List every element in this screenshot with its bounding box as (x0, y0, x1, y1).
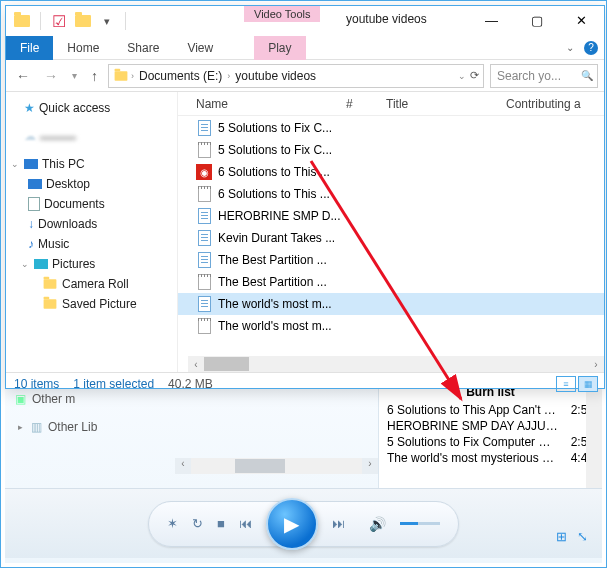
scroll-thumb[interactable] (204, 357, 249, 371)
minimize-button[interactable]: — (469, 6, 514, 34)
wmp-scroll-thumb[interactable] (235, 459, 285, 473)
status-size: 40.2 MB (168, 377, 213, 391)
nav-pictures[interactable]: ⌄Pictures (6, 254, 177, 274)
search-input[interactable]: Search yo... (490, 64, 598, 88)
checkbox-qa-icon[interactable]: ☑ (49, 11, 69, 31)
stop-icon[interactable]: ■ (217, 516, 225, 531)
nav-quick-access[interactable]: ★Quick access (6, 98, 177, 118)
burn-item-name: HEROBRINE SMP DAY AJJUBHAI... (387, 419, 558, 433)
fullscreen-icon[interactable]: ⤡ (577, 529, 588, 544)
wmp-horizontal-scrollbar[interactable]: ‹ › (175, 458, 378, 474)
address-bar[interactable]: › Documents (E:) › youtube videos ⌄ ⟳ (108, 64, 484, 88)
nav-documents[interactable]: Documents (6, 194, 177, 214)
notepad-icon (196, 186, 212, 202)
document-icon (196, 296, 212, 312)
status-bar: 10 items 1 item selected 40.2 MB ≡ ▦ (6, 372, 604, 394)
next-track-icon[interactable]: ⏭ (332, 516, 345, 531)
window-title: youtube videos (346, 12, 427, 26)
nav-saved-pictures[interactable]: Saved Picture (6, 294, 177, 314)
addr-folder-icon (115, 71, 128, 81)
nav-up-icon[interactable]: ↑ (87, 68, 102, 84)
nav-downloads[interactable]: ↓Downloads (6, 214, 177, 234)
volume-icon[interactable]: 🔊 (369, 516, 386, 532)
shuffle-icon[interactable]: ✶ (167, 516, 178, 531)
search-placeholder: Search yo... (497, 69, 561, 83)
column-headers[interactable]: Name # Title Contributing a (178, 92, 604, 116)
nav-this-pc[interactable]: ⌄This PC (6, 154, 177, 174)
nav-onedrive[interactable]: ☁▬▬▬ (6, 126, 177, 146)
file-row[interactable]: The Best Partition ... (178, 271, 604, 293)
nav-camera-roll[interactable]: Camera Roll (6, 274, 177, 294)
help-icon[interactable]: ? (584, 41, 598, 55)
breadcrumb-item[interactable]: youtube videos (232, 69, 319, 83)
file-name: The world's most m... (218, 319, 358, 333)
tab-home[interactable]: Home (53, 36, 113, 60)
document-icon (196, 208, 212, 224)
nav-forward-icon[interactable]: → (40, 68, 62, 84)
volume-slider[interactable] (400, 522, 440, 525)
tab-play[interactable]: Play (254, 36, 305, 60)
burn-list-item[interactable]: 6 Solutions to This App Can't Ru...2:52 (379, 402, 602, 418)
wmp-other-libraries[interactable]: ▸▥Other Lib (15, 416, 165, 438)
prev-track-icon[interactable]: ⏮ (239, 516, 252, 531)
repeat-icon[interactable]: ↻ (192, 516, 203, 531)
file-row[interactable]: 6 Solutions to This ... (178, 183, 604, 205)
tab-share[interactable]: Share (113, 36, 173, 60)
files-pane: Name # Title Contributing a 5 Solutions … (178, 92, 604, 372)
tab-file[interactable]: File (6, 36, 53, 60)
file-row[interactable]: ◉6 Solutions to This ... (178, 161, 604, 183)
horizontal-scrollbar[interactable]: ‹ › (188, 356, 604, 372)
wmp-content-area: ‹ › (175, 382, 378, 488)
file-row[interactable]: The world's most m... (178, 293, 604, 315)
scroll-right-icon[interactable]: › (588, 359, 604, 370)
file-row[interactable]: The Best Partition ... (178, 249, 604, 271)
file-name: The Best Partition ... (218, 253, 358, 267)
tab-view[interactable]: View (173, 36, 227, 60)
view-details-button[interactable]: ≡ (556, 376, 576, 392)
burn-list-item[interactable]: The world's most mysterious bo...4:43 (379, 450, 602, 466)
file-name: The Best Partition ... (218, 275, 358, 289)
col-name[interactable]: Name (196, 97, 346, 111)
qa-overflow-icon[interactable]: ▾ (97, 11, 117, 31)
folder-qa-icon[interactable] (73, 11, 93, 31)
file-row[interactable]: HEROBRINE SMP D... (178, 205, 604, 227)
addr-refresh-icon[interactable]: ⟳ (470, 69, 479, 82)
play-button[interactable]: ▶ (266, 498, 318, 550)
media-player-area: ▣Other m ▸▥Other Lib ‹ › Burn list 6 Sol… (5, 381, 602, 563)
playback-controls: ✶ ↻ ■ ⏮ ▶ ⏭ 🔊 ⊞ ⤡ (5, 488, 602, 558)
now-playing-icon[interactable]: ⊞ (556, 529, 567, 544)
burn-list-item[interactable]: 5 Solutions to Fix Computer Cra...2:59 (379, 434, 602, 450)
file-row[interactable]: The world's most m... (178, 315, 604, 337)
file-name: 6 Solutions to This ... (218, 165, 358, 179)
burn-item-name: 6 Solutions to This App Can't Ru... (387, 403, 558, 417)
nav-music[interactable]: ♪Music (6, 234, 177, 254)
file-row[interactable]: 5 Solutions to Fix C... (178, 139, 604, 161)
other-media-icon: ▣ (15, 392, 26, 406)
file-row[interactable]: 5 Solutions to Fix C... (178, 117, 604, 139)
nav-desktop[interactable]: Desktop (6, 174, 177, 194)
col-number[interactable]: # (346, 97, 386, 111)
file-name: 6 Solutions to This ... (218, 187, 358, 201)
burn-item-name: 5 Solutions to Fix Computer Cra... (387, 435, 558, 449)
ribbon-expand-icon[interactable]: ⌄ (566, 42, 574, 53)
col-contributing[interactable]: Contributing a (506, 97, 604, 111)
burn-item-name: The world's most mysterious bo... (387, 451, 558, 465)
explorer-window: ☑ ▾ Video Tools youtube videos — ▢ ✕ Fil… (5, 5, 605, 389)
scroll-left-icon[interactable]: ‹ (188, 359, 204, 370)
file-name: The world's most m... (218, 297, 358, 311)
burn-list-item[interactable]: HEROBRINE SMP DAY AJJUBHAI... (379, 418, 602, 434)
notepad-icon (196, 142, 212, 158)
col-title[interactable]: Title (386, 97, 506, 111)
folder-icon (12, 11, 32, 31)
addr-dropdown-icon[interactable]: ⌄ (458, 71, 466, 81)
address-bar-row: ← → ▾ ↑ › Documents (E:) › youtube video… (6, 60, 604, 92)
ribbon-tabs: File Home Share View Play ⌄ ? (6, 36, 604, 60)
maximize-button[interactable]: ▢ (514, 6, 559, 34)
nav-recent-icon[interactable]: ▾ (68, 70, 81, 81)
close-button[interactable]: ✕ (559, 6, 604, 34)
view-large-button[interactable]: ▦ (578, 376, 598, 392)
breadcrumb-item[interactable]: Documents (E:) (136, 69, 225, 83)
nav-back-icon[interactable]: ← (12, 68, 34, 84)
file-row[interactable]: Kevin Durant Takes ... (178, 227, 604, 249)
burn-vertical-scrollbar[interactable]: ˆ (586, 382, 602, 488)
